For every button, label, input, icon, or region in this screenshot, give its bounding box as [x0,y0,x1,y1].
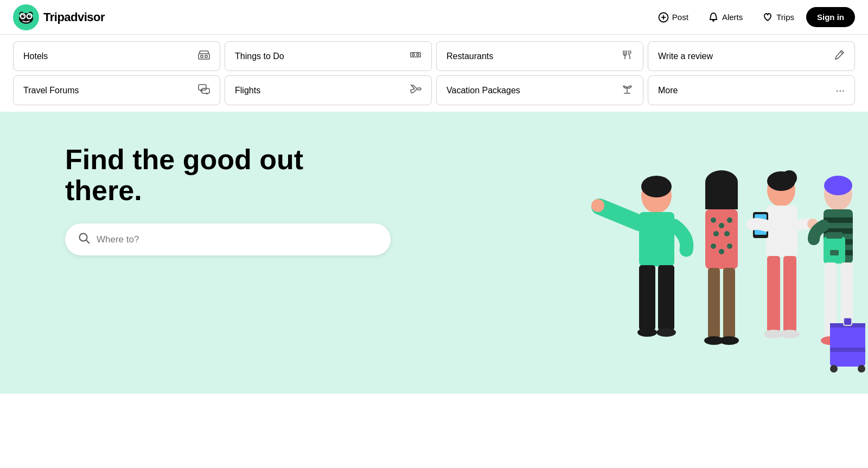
svg-rect-58 [767,256,780,332]
svg-point-26 [641,176,672,197]
write-review-label: Write a review [658,52,713,61]
svg-rect-79 [844,318,852,325]
svg-point-31 [637,328,657,337]
svg-point-41 [724,231,730,236]
svg-point-16 [417,54,419,56]
post-label: Post [672,12,688,22]
svg-rect-59 [783,256,796,332]
post-button[interactable]: Post [650,8,696,27]
svg-rect-19 [199,85,206,90]
hero-illustration [488,112,868,394]
svg-point-51 [782,170,797,185]
logo-text: Tripadvisor [43,10,105,24]
plane-icon [410,84,422,97]
svg-point-15 [412,54,414,56]
logo-owl-icon [13,4,39,30]
svg-rect-29 [639,265,655,330]
svg-point-63 [824,176,852,195]
svg-rect-46 [723,268,735,338]
heart-icon [762,12,773,23]
search-icon [78,232,90,247]
svg-rect-76 [830,323,865,367]
svg-point-44 [727,243,732,249]
svg-point-48 [719,336,739,345]
svg-line-24 [86,240,90,243]
svg-line-18 [840,52,843,54]
svg-point-4 [21,15,24,18]
travel-forums-label: Travel Forums [23,86,79,95]
more-label: More [658,86,678,95]
search-input[interactable] [97,234,378,245]
svg-point-5 [28,15,31,18]
svg-point-43 [719,249,724,254]
things-to-do-label: Things to Do [235,52,284,61]
nav-more[interactable]: More ··· [648,75,855,105]
hero-section: Find the good out there. [0,112,868,394]
nav-travel-forums[interactable]: Travel Forums [13,75,220,105]
svg-point-81 [858,365,865,373]
svg-rect-30 [658,265,674,330]
vacation-packages-label: Vacation Packages [446,86,520,95]
flights-label: Flights [235,86,260,95]
nav-restaurants[interactable]: Restaurants [436,41,643,71]
svg-point-7 [29,15,30,16]
plus-circle-icon [658,12,669,23]
svg-point-37 [711,217,716,223]
hotels-icon [198,50,210,62]
signin-label: Sign in [817,12,844,22]
svg-point-40 [713,231,719,236]
svg-rect-14 [205,55,207,57]
trips-button[interactable]: Trips [755,8,802,27]
forum-icon [198,84,210,97]
svg-rect-20 [202,88,209,93]
svg-rect-70 [826,232,843,239]
alerts-button[interactable]: Alerts [700,8,750,27]
header: Tripadvisor Post Alerts Trips [0,0,868,35]
svg-point-61 [780,330,800,338]
svg-rect-35 [705,182,738,209]
svg-rect-71 [830,250,839,255]
svg-point-38 [719,223,724,228]
logo[interactable]: Tripadvisor [13,4,105,30]
svg-point-80 [830,365,838,373]
trips-label: Trips [776,12,794,22]
svg-rect-13 [201,55,203,57]
svg-point-32 [656,328,676,337]
svg-point-23 [80,234,87,241]
beach-icon [621,84,633,97]
svg-rect-36 [705,209,738,269]
navigation-grid: Hotels Things to Do Restaurants [0,35,868,112]
bell-icon [708,12,719,23]
write-icon [834,49,845,63]
search-bar[interactable] [65,223,391,255]
header-actions: Post Alerts Trips Sign in [650,7,855,27]
svg-point-28 [591,199,604,212]
svg-rect-78 [830,348,865,352]
restaurants-label: Restaurants [446,52,493,61]
nav-things-to-do[interactable]: Things to Do [225,41,432,71]
svg-rect-52 [766,206,797,257]
hero-title: Find the good out there. [65,144,336,206]
svg-point-6 [23,15,24,16]
nav-hotels[interactable]: Hotels [13,41,220,71]
svg-point-39 [727,217,732,223]
hotels-label: Hotels [23,52,48,61]
svg-point-42 [711,243,716,249]
signin-button[interactable]: Sign in [806,7,855,27]
hero-content: Find the good out there. [65,144,336,255]
more-dots-icon: ··· [835,84,845,97]
alerts-label: Alerts [722,12,743,22]
nav-flights[interactable]: Flights [225,75,432,105]
svg-rect-12 [199,54,209,59]
nav-write-review[interactable]: Write a review [648,41,855,71]
svg-rect-45 [708,268,720,338]
nav-vacation-packages[interactable]: Vacation Packages [436,75,643,105]
ticket-icon [410,50,422,62]
fork-knife-icon [621,49,633,63]
